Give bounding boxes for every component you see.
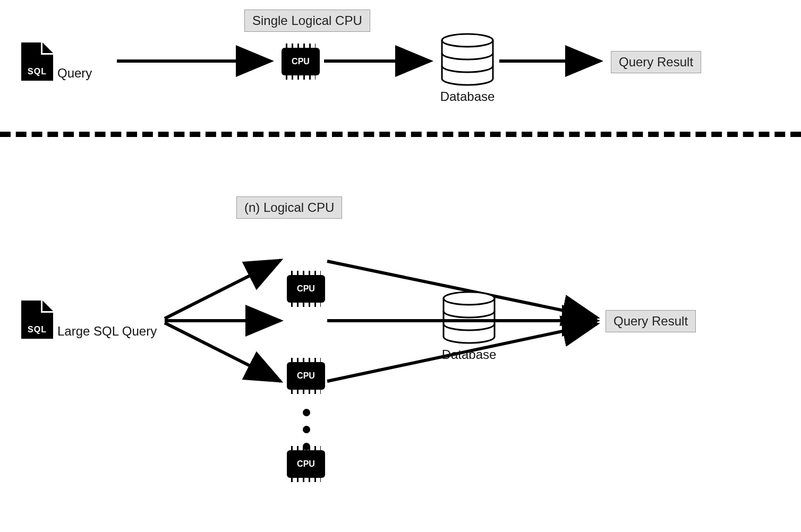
database-icon [438, 33, 497, 86]
sql-query-block-top: SQL Query [21, 42, 92, 81]
svg-point-10 [444, 292, 495, 305]
sql-file-icon: SQL [21, 301, 53, 339]
query-result-box-top: Query Result [611, 51, 701, 73]
n-cpu-header: (n) Logical CPU [236, 196, 342, 219]
sql-file-icon: SQL [21, 42, 53, 81]
query-result-box-bottom: Query Result [606, 310, 696, 332]
arrow-query-to-cpu [117, 53, 276, 69]
cpu-icon-3: CPU [287, 450, 325, 478]
cpu-icon-2: CPU [287, 362, 325, 390]
database-block-top: Database [438, 33, 497, 104]
database-block-bottom: Database [440, 291, 498, 362]
single-cpu-header: Single Logical CPU [244, 10, 370, 32]
arrow-db-to-result [499, 53, 606, 69]
cpu-icon-top: CPU [282, 48, 320, 75]
query-label: Query [57, 66, 92, 81]
database-label: Database [438, 89, 497, 104]
cpu-icon-1: CPU [287, 275, 325, 303]
ellipsis-dots [303, 409, 310, 450]
svg-point-2 [442, 34, 493, 47]
svg-line-6 [165, 323, 280, 381]
arrows-query-to-cpus [165, 234, 292, 404]
large-query-label: Large SQL Query [57, 324, 157, 339]
arrow-cpu-to-db [324, 53, 436, 69]
sql-query-block-bottom: SQL Large SQL Query [21, 301, 157, 339]
database-label: Database [440, 347, 498, 362]
svg-line-4 [165, 260, 280, 319]
divider-dashed [0, 132, 801, 137]
database-icon [440, 291, 498, 344]
